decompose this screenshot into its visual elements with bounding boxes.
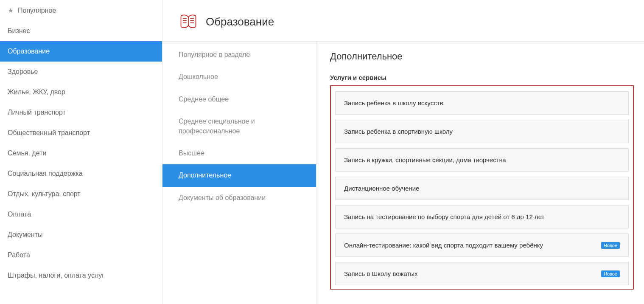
middle-item-education-documents[interactable]: Документы об образовании bbox=[162, 187, 316, 209]
service-item-label: Запись ребенка в спортивную школу bbox=[344, 128, 453, 135]
middle-item-secondary[interactable]: Среднее общее bbox=[162, 88, 316, 110]
service-item-sport-school[interactable]: Запись ребенка в спортивную школу bbox=[335, 120, 629, 143]
middle-item-label: Дошкольное bbox=[179, 73, 218, 80]
sidebar-item-health[interactable]: Здоровье bbox=[0, 62, 162, 82]
sidebar-item-label: Образование bbox=[8, 48, 50, 55]
sidebar-item-payment[interactable]: Оплата bbox=[0, 204, 162, 225]
star-icon: ★ bbox=[8, 6, 14, 14]
sidebar-item-popular[interactable]: ★ Популярное bbox=[0, 0, 162, 21]
sidebar-item-education[interactable]: Образование bbox=[0, 41, 162, 62]
sidebar-item-label: Жилье, ЖКУ, двор bbox=[8, 88, 65, 96]
sidebar-item-label: Личный транспорт bbox=[8, 109, 66, 116]
main-content: Дополнительное Услуги и сервисы Запись р… bbox=[316, 42, 644, 304]
sidebar-item-fines[interactable]: Штрафы, налоги, оплата услуг bbox=[0, 265, 162, 286]
content-title: Дополнительное bbox=[330, 51, 634, 62]
middle-item-label: Дополнительное bbox=[179, 172, 231, 179]
service-item-distance-learning[interactable]: Дистанционное обучение bbox=[335, 177, 629, 200]
sidebar-left: ★ Популярное Бизнес Образование Здоровье… bbox=[0, 0, 162, 304]
page-title: Образование bbox=[206, 15, 274, 28]
middle-item-label: Среднее специальное и профессиональное bbox=[179, 118, 255, 134]
sidebar-item-label: Общественный транспорт bbox=[8, 129, 90, 137]
sidebar-item-business[interactable]: Бизнес bbox=[0, 21, 162, 41]
middle-item-higher[interactable]: Высшее bbox=[162, 142, 316, 164]
sidebar-item-label: Семья, дети bbox=[8, 149, 46, 157]
service-item-label: Запись ребенка в школу искусств bbox=[344, 99, 443, 107]
right-area: Образование Популярное в разделе Дошколь… bbox=[162, 0, 644, 304]
sidebar-item-housing[interactable]: Жилье, ЖКУ, двор bbox=[0, 82, 162, 102]
sidebar-item-public-transport[interactable]: Общественный транспорт bbox=[0, 123, 162, 143]
service-item-label: Запись в Школу вожатых bbox=[344, 270, 418, 277]
sidebar-middle: Популярное в разделе Дошкольное Среднее … bbox=[162, 42, 316, 304]
content-subtitle: Услуги и сервисы bbox=[330, 74, 634, 81]
sidebar-item-work[interactable]: Работа bbox=[0, 245, 162, 265]
service-item-label: Онлайн-тестирование: какой вид спорта по… bbox=[344, 242, 543, 249]
service-item-label: Запись в кружки, спортивные секции, дома… bbox=[344, 156, 506, 163]
sidebar-item-label: Документы bbox=[8, 231, 42, 239]
new-badge: Новое bbox=[601, 270, 620, 277]
middle-item-additional[interactable]: Дополнительное bbox=[162, 164, 316, 186]
middle-item-label: Среднее общее bbox=[179, 96, 229, 103]
sidebar-item-family[interactable]: Семья, дети bbox=[0, 143, 162, 163]
service-item-online-testing[interactable]: Онлайн-тестирование: какой вид спорта по… bbox=[335, 234, 629, 257]
section-header: Образование bbox=[162, 0, 644, 42]
middle-item-preschool[interactable]: Дошкольное bbox=[162, 66, 316, 88]
sidebar-item-label: Социальная поддержка bbox=[8, 170, 83, 177]
services-box: Запись ребенка в школу искусств Запись р… bbox=[330, 85, 634, 290]
sidebar-item-leisure[interactable]: Отдых, культура, спорт bbox=[0, 184, 162, 204]
sidebar-item-personal-transport[interactable]: Личный транспорт bbox=[0, 102, 162, 123]
service-item-clubs[interactable]: Запись в кружки, спортивные секции, дома… bbox=[335, 148, 629, 172]
sidebar-item-label: Бизнес bbox=[8, 27, 30, 35]
service-item-counselor-school[interactable]: Запись в Школу вожатых Новое bbox=[335, 262, 629, 285]
service-item-sport-testing[interactable]: Запись на тестирование по выбору спорта … bbox=[335, 205, 629, 228]
content-row: Популярное в разделе Дошкольное Среднее … bbox=[162, 42, 644, 304]
sidebar-item-label: Штрафы, налоги, оплата услуг bbox=[8, 272, 104, 279]
sidebar-item-label: Здоровье bbox=[8, 68, 38, 76]
sidebar-item-label: Популярное bbox=[18, 7, 56, 14]
new-badge: Новое bbox=[601, 242, 620, 249]
sidebar-item-social-support[interactable]: Социальная поддержка bbox=[0, 163, 162, 184]
service-item-label: Запись на тестирование по выбору спорта … bbox=[344, 213, 544, 220]
middle-item-label: Высшее bbox=[179, 149, 204, 157]
service-item-label: Дистанционное обучение bbox=[344, 185, 419, 192]
service-item-art-school[interactable]: Запись ребенка в школу искусств bbox=[335, 91, 629, 115]
middle-item-label: Популярное в разделе bbox=[179, 51, 250, 58]
middle-item-popular[interactable]: Популярное в разделе bbox=[162, 42, 316, 66]
sidebar-item-label: Отдых, культура, спорт bbox=[8, 190, 81, 198]
middle-item-label: Документы об образовании bbox=[179, 194, 266, 201]
sidebar-item-label: Работа bbox=[8, 251, 30, 259]
book-icon bbox=[179, 13, 197, 31]
sidebar-item-documents[interactable]: Документы bbox=[0, 225, 162, 245]
sidebar-item-label: Оплата bbox=[8, 211, 31, 218]
middle-item-vocational[interactable]: Среднее специальное и профессиональное bbox=[162, 110, 316, 142]
